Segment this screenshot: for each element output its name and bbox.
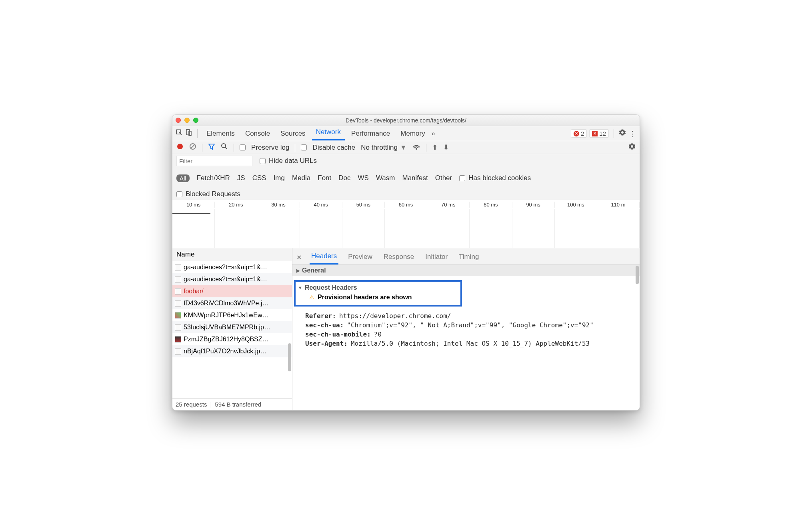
inspect-element-icon[interactable]: [176, 129, 183, 138]
type-filter-font[interactable]: Font: [318, 174, 331, 182]
preserve-log-label: Preserve log: [251, 144, 289, 152]
tab-memory[interactable]: Memory: [396, 128, 429, 139]
network-toolbar: Preserve log Disable cache No throttling…: [172, 141, 640, 154]
has-blocked-cookies-checkbox[interactable]: [459, 175, 465, 181]
details-tab-preview[interactable]: Preview: [346, 251, 374, 264]
devtools-window: DevTools - developer.chrome.com/tags/dev…: [172, 114, 640, 411]
type-filter-all[interactable]: All: [176, 174, 190, 182]
request-headers-section[interactable]: ▼ Request Headers: [298, 284, 456, 291]
warning-icon: ⚠: [309, 294, 314, 301]
header-row: sec-ch-ua-mobile: ?0: [305, 330, 634, 339]
chevron-down-icon: ▼: [400, 144, 407, 152]
resource-icon: [175, 300, 181, 307]
type-filter-img[interactable]: Img: [274, 174, 285, 182]
throttling-select[interactable]: No throttling ▼: [361, 144, 407, 152]
issue-count-badge[interactable]: ✕ 12: [589, 129, 609, 138]
request-row[interactable]: PzmJZBgZBJ612Hy8QBSZ…: [172, 333, 292, 345]
scrollbar[interactable]: [288, 262, 291, 397]
resource-icon: [175, 348, 181, 355]
column-header-name[interactable]: Name: [172, 248, 292, 261]
request-list-panel: Name ga-audiences?t=sr&aip=1&…ga-audienc…: [172, 248, 292, 410]
type-filter-ws[interactable]: WS: [358, 174, 369, 182]
details-tab-timing[interactable]: Timing: [457, 251, 480, 264]
svg-line-7: [225, 147, 227, 149]
general-section[interactable]: ▶ General: [292, 265, 640, 276]
search-icon[interactable]: [221, 143, 228, 152]
request-row[interactable]: KMNWpnRJTP6eHJs1wEw…: [172, 309, 292, 321]
clear-button[interactable]: [189, 143, 196, 152]
request-row[interactable]: nBjAqf1PuX7O2nvJbJck.jp…: [172, 345, 292, 357]
titlebar: DevTools - developer.chrome.com/tags/dev…: [172, 115, 640, 126]
separator: [614, 129, 614, 138]
request-row[interactable]: fD43v6RiVCDlmo3WhVPe.j…: [172, 297, 292, 309]
request-row[interactable]: 53IuclsjUVBaBME7MPRb.jp…: [172, 321, 292, 333]
tab-performance[interactable]: Performance: [347, 128, 394, 139]
request-row[interactable]: foobar/: [172, 285, 292, 297]
header-value: Mozilla/5.0 (Macintosh; Intel Mac OS X 1…: [351, 340, 590, 347]
request-row[interactable]: ga-audiences?t=sr&aip=1&…: [172, 261, 292, 273]
waterfall[interactable]: 10 ms20 ms30 ms40 ms50 ms60 ms70 ms80 ms…: [172, 200, 640, 248]
type-filter-wasm[interactable]: Wasm: [376, 174, 395, 182]
error-icon: ✕: [574, 131, 579, 136]
header-value: "Chromium";v="92", " Not A;Brand";v="99"…: [347, 321, 594, 329]
separator: [234, 144, 234, 152]
kebab-menu-icon[interactable]: ⋮: [628, 129, 636, 138]
svg-point-8: [416, 148, 417, 149]
settings-icon[interactable]: [619, 129, 626, 138]
waterfall-tick: 60 ms: [385, 202, 427, 208]
request-name: fD43v6RiVCDlmo3WhVPe.j…: [184, 300, 269, 307]
record-button[interactable]: [176, 143, 184, 152]
header-row: User-Agent: Mozilla/5.0 (Macintosh; Inte…: [305, 339, 634, 348]
waterfall-tick: 30 ms: [257, 202, 300, 208]
tab-elements[interactable]: Elements: [202, 128, 239, 139]
import-har-icon[interactable]: ⬆: [432, 143, 438, 152]
blocked-requests-checkbox[interactable]: [176, 191, 182, 197]
type-filter-fetch[interactable]: Fetch/XHR: [197, 174, 230, 182]
svg-point-6: [222, 144, 226, 148]
tab-console[interactable]: Console: [241, 128, 274, 139]
type-filter-manifest[interactable]: Manifest: [402, 174, 428, 182]
details-tab-response[interactable]: Response: [382, 251, 416, 264]
header-key: User-Agent:: [305, 340, 348, 347]
type-filter-js[interactable]: JS: [237, 174, 245, 182]
request-headers-body: Referer: https://developer.chrome.com/se…: [292, 309, 640, 351]
type-filter-other[interactable]: Other: [435, 174, 452, 182]
filter-input[interactable]: [176, 156, 252, 166]
request-list: ga-audiences?t=sr&aip=1&…ga-audiences?t=…: [172, 261, 292, 398]
split-view: Name ga-audiences?t=sr&aip=1&…ga-audienc…: [172, 248, 640, 410]
device-toggle-icon[interactable]: [185, 129, 192, 138]
export-har-icon[interactable]: ⬇: [443, 143, 449, 152]
type-filter-css[interactable]: CSS: [252, 174, 266, 182]
disable-cache-checkbox[interactable]: [301, 144, 307, 150]
tab-network[interactable]: Network: [312, 126, 345, 140]
request-row[interactable]: ga-audiences?t=sr&aip=1&…: [172, 273, 292, 285]
type-filter-media[interactable]: Media: [292, 174, 310, 182]
details-tabs: ✕ Headers Preview Response Initiator Tim…: [292, 248, 640, 265]
header-value: ?0: [374, 331, 382, 338]
waterfall-tick: 20 ms: [215, 202, 257, 208]
scrollbar[interactable]: [636, 266, 639, 409]
details-tab-headers[interactable]: Headers: [310, 250, 338, 265]
resource-icon: [175, 312, 181, 319]
separator: [202, 144, 202, 152]
error-count-badge[interactable]: ✕ 2: [571, 129, 587, 138]
more-tabs-button[interactable]: »: [432, 130, 435, 137]
waterfall-tick: 110 m: [597, 202, 640, 208]
details-tab-initiator[interactable]: Initiator: [424, 251, 449, 264]
request-name: 53IuclsjUVBaBME7MPRb.jp…: [184, 324, 270, 331]
waterfall-tick: 10 ms: [172, 202, 215, 208]
filter-toggle-icon[interactable]: [208, 143, 215, 152]
network-conditions-icon[interactable]: [412, 143, 420, 152]
resource-icon: [175, 264, 181, 271]
request-name: nBjAqf1PuX7O2nvJbJck.jp…: [184, 348, 266, 355]
panel-settings-icon[interactable]: [628, 143, 636, 152]
close-details-button[interactable]: ✕: [296, 254, 302, 261]
has-blocked-cookies-label: Has blocked cookies: [468, 174, 531, 182]
type-filter-doc[interactable]: Doc: [338, 174, 350, 182]
preserve-log-checkbox[interactable]: [240, 144, 246, 150]
tab-sources[interactable]: Sources: [276, 128, 309, 139]
hide-data-urls-label: Hide data URLs: [269, 157, 317, 165]
waterfall-tick: 50 ms: [342, 202, 385, 208]
header-row: Referer: https://developer.chrome.com/: [305, 311, 634, 321]
hide-data-urls-checkbox[interactable]: [260, 158, 266, 164]
